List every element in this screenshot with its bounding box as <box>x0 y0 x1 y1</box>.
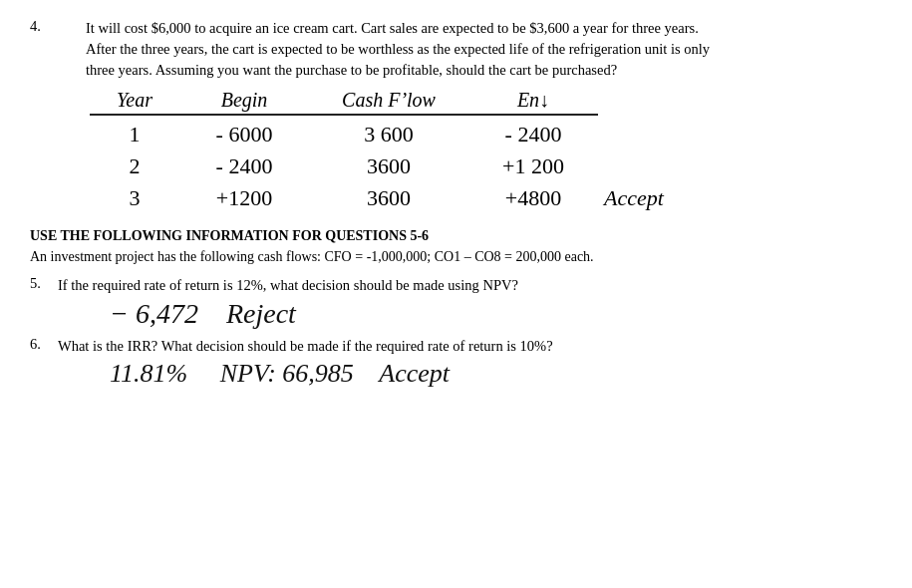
cell-begin-3: +1200 <box>179 185 309 211</box>
q5-answer: − 6,472 Reject <box>110 298 882 330</box>
cell-accept-3: Accept <box>604 185 664 211</box>
cell-end-1: - 2400 <box>468 122 598 147</box>
cell-end-3: +4800 <box>468 185 598 211</box>
question-4: 4. It will cost $6,000 to acquire an ice… <box>30 18 882 211</box>
q4-table: Year Begin Cash F’low En↓ 1 - 6000 3 600… <box>90 89 668 211</box>
info-bold-text: USE THE FOLLOWING INFORMATION FOR QUESTI… <box>30 225 882 246</box>
col-begin-header: Begin <box>179 89 309 116</box>
info-normal-text: An investment project has the following … <box>30 246 882 267</box>
question-5-container: 5. If the required rate of return is 12%… <box>30 275 882 330</box>
q4-line2: After the three years, the cart is expec… <box>86 39 710 60</box>
col-end-header: En↓ <box>468 89 598 116</box>
q4-text-block: It will cost $6,000 to acquire an ice cr… <box>86 18 710 81</box>
col-cashflow-header: Cash F’low <box>309 89 468 116</box>
cell-year-3: 3 <box>90 185 179 211</box>
cell-begin-1: - 6000 <box>179 122 309 147</box>
table-row-3: 3 +1200 3600 +4800 Accept <box>90 185 668 211</box>
question-5-row: 5. If the required rate of return is 12%… <box>30 275 882 296</box>
question-6-container: 6. What is the IRR? What decision should… <box>30 336 882 389</box>
q5-number: 5. <box>30 275 58 292</box>
section-info: USE THE FOLLOWING INFORMATION FOR QUESTI… <box>30 225 882 267</box>
question-6-row: 6. What is the IRR? What decision should… <box>30 336 882 357</box>
q5-text: If the required rate of return is 12%, w… <box>58 275 882 296</box>
cell-cf-3: 3600 <box>309 185 468 211</box>
table-header-row: Year Begin Cash F’low En↓ <box>90 89 668 116</box>
q4-number: 4. <box>30 18 58 81</box>
cell-year-1: 1 <box>90 122 179 147</box>
cell-cf-2: 3600 <box>309 153 468 179</box>
cell-year-2: 2 <box>90 153 179 179</box>
cell-cf-1: 3 600 <box>309 122 468 147</box>
cell-begin-2: - 2400 <box>179 153 309 179</box>
page: 4. It will cost $6,000 to acquire an ice… <box>0 0 912 588</box>
q6-text: What is the IRR? What decision should be… <box>58 336 882 357</box>
col-year-header: Year <box>90 89 179 116</box>
table-row-2: 2 - 2400 3600 +1 200 <box>90 153 668 179</box>
q6-number: 6. <box>30 336 58 353</box>
q4-line3: three years. Assuming you want the purch… <box>86 60 710 81</box>
q6-answer: 11.81% NPV: 66,985 Accept <box>110 359 882 389</box>
q4-line1: It will cost $6,000 to acquire an ice cr… <box>86 18 710 39</box>
table-row-1: 1 - 6000 3 600 - 2400 <box>90 122 668 147</box>
q4-row: 4. It will cost $6,000 to acquire an ice… <box>30 18 882 81</box>
cell-end-2: +1 200 <box>468 153 598 179</box>
